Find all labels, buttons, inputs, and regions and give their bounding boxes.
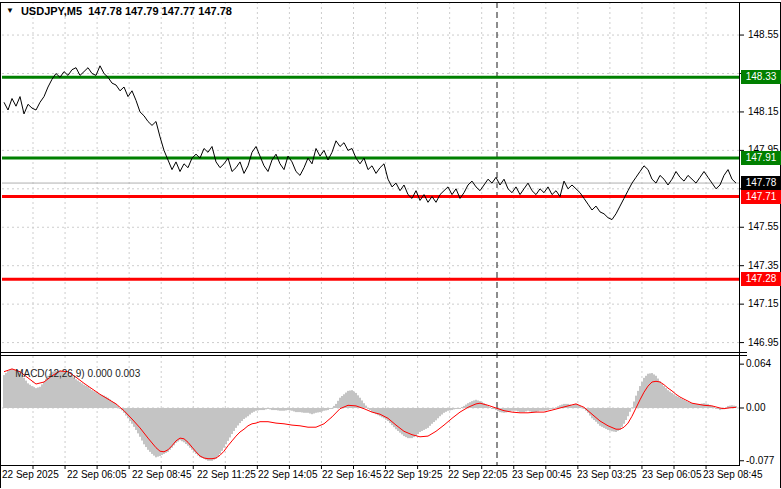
macd-histogram-bar (317, 408, 319, 412)
macd-histogram-bar (29, 385, 31, 408)
macd-histogram-bar (25, 381, 27, 408)
level-price-badge: 147.71 (741, 190, 781, 204)
macd-histogram-bar (633, 401, 635, 408)
macd-histogram-bar (87, 387, 89, 408)
macd-histogram-bar (689, 403, 691, 408)
time-tick-label: 22 Sep 11:25 (197, 469, 256, 481)
macd-histogram-bar (129, 408, 131, 421)
macd-histogram-bar (437, 408, 439, 418)
macd-histogram-bar (169, 408, 171, 450)
macd-histogram-bar (439, 408, 441, 416)
macd-histogram-bar (179, 408, 181, 440)
macd-histogram-bar (43, 382, 45, 408)
macd-histogram-bar (367, 408, 369, 409)
chart-canvas[interactable] (0, 0, 781, 489)
macd-histogram-bar (315, 408, 317, 413)
macd-histogram-bar (533, 408, 535, 412)
macd-histogram-bar (631, 407, 633, 408)
macd-histogram-bar (311, 408, 313, 414)
macd-histogram-bar (693, 404, 695, 408)
macd-histogram-bar (141, 408, 143, 441)
macd-histogram-bar (225, 408, 227, 444)
macd-histogram-bar (337, 401, 339, 408)
macd-histogram-bar (527, 408, 529, 411)
time-tick-label: 22 Sep 22:05 (448, 469, 508, 481)
macd-histogram-bar (541, 408, 543, 411)
price-tick-label: 148.15 (748, 106, 781, 118)
macd-histogram-bar (537, 408, 539, 411)
macd-histogram-bar (217, 408, 219, 456)
macd-histogram-bar (325, 408, 327, 410)
macd-histogram-bar (243, 408, 245, 419)
macd-histogram-bar (83, 385, 85, 408)
macd-histogram-bar (245, 408, 247, 418)
time-tick-label: 22 Sep 19:25 (383, 469, 443, 481)
macd-histogram-bar (599, 408, 601, 426)
price-tick-label: 147.35 (748, 260, 781, 272)
macd-histogram-bar (513, 408, 515, 411)
macd-histogram-bar (93, 391, 95, 408)
macd-histogram-bar (221, 408, 223, 451)
chart-window: ▼ USDJPY,M5 147.78 147.79 147.77 147.78 … (0, 0, 781, 489)
macd-histogram-bar (543, 408, 545, 411)
macd-histogram-bar (425, 408, 427, 429)
macd-histogram-bar (277, 408, 279, 410)
macd-histogram-bar (235, 408, 237, 428)
macd-histogram-bar (523, 408, 525, 412)
macd-histogram-bar (593, 408, 595, 420)
macd-histogram-bar (231, 408, 233, 434)
macd-histogram-bar (427, 408, 429, 428)
macd-histogram-bar (551, 408, 553, 409)
macd-histogram-bar (441, 408, 443, 415)
macd-histogram-bar (619, 408, 621, 430)
macd-histogram-bar (603, 408, 605, 428)
macd-histogram-bar (323, 408, 325, 411)
macd-histogram-bar (171, 408, 173, 448)
chart-menu-caret-icon[interactable]: ▼ (6, 6, 14, 15)
macd-histogram-bar (665, 388, 667, 408)
macd-histogram-bar (419, 408, 421, 432)
macd-histogram-bar (229, 408, 231, 437)
macd-histogram-bar (595, 408, 597, 422)
macd-histogram-bar (307, 408, 309, 413)
macd-histogram-bar (203, 408, 205, 459)
macd-histogram-bar (275, 408, 277, 410)
macd-histogram-bar (189, 408, 191, 448)
macd-histogram-bar (137, 408, 139, 433)
macd-histogram-bar (455, 408, 457, 409)
macd-histogram-bar (639, 386, 641, 408)
macd-histogram-bar (41, 384, 43, 408)
macd-histogram-bar (457, 408, 459, 409)
macd-histogram-bar (605, 408, 607, 429)
macd-histogram-bar (227, 408, 229, 441)
macd-tick-label: 0.064 (746, 358, 780, 370)
macd-histogram-bar (287, 408, 289, 410)
chart-svg[interactable] (0, 0, 781, 489)
macd-histogram-bar (291, 408, 293, 411)
macd-histogram-bar (257, 408, 259, 410)
macd-histogram-bar (239, 408, 241, 423)
ohlc-values: 147.78 147.79 147.77 147.78 (88, 5, 232, 17)
macd-histogram-bar (681, 399, 683, 408)
macd-histogram-bar (571, 405, 573, 408)
macd-histogram-bar (289, 408, 291, 410)
macd-histogram-bar (193, 408, 195, 452)
macd-histogram-bar (73, 378, 75, 408)
macd-histogram-bar (255, 408, 257, 411)
macd-histogram-bar (99, 394, 101, 408)
macd-signal-value: 0.003 (115, 368, 140, 379)
macd-histogram-bar (547, 408, 549, 410)
macd-histogram-bar (675, 396, 677, 408)
macd-histogram-bar (39, 387, 41, 408)
macd-histogram-bar (219, 408, 221, 454)
macd-histogram-bar (429, 408, 431, 426)
macd-tick-label: 0.00 (746, 402, 780, 414)
macd-histogram-bar (545, 408, 547, 410)
macd-histogram-bar (329, 408, 331, 409)
macd-histogram-bar (713, 407, 715, 408)
macd-histogram-bar (97, 393, 99, 408)
macd-histogram-bar (529, 408, 531, 411)
macd-histogram-bar (135, 408, 137, 430)
macd-tick-label: -0.077 (746, 455, 780, 467)
macd-histogram-bar (31, 386, 33, 408)
